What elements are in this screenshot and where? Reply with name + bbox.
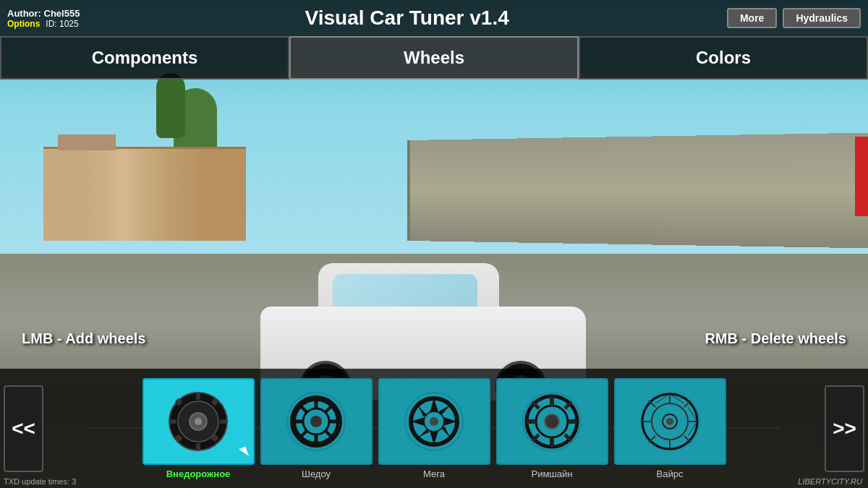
tab-wheels[interactable]: Wheels xyxy=(289,36,579,80)
svg-rect-6 xyxy=(169,419,176,424)
svg-point-31 xyxy=(545,414,559,429)
next-wheel-button[interactable]: >> xyxy=(825,385,864,472)
wheel-thumb-shadow xyxy=(260,378,373,465)
options-button[interactable]: Options xyxy=(7,19,40,29)
tab-components[interactable]: Components xyxy=(0,36,289,80)
wheel-items: Внедорожное xyxy=(47,378,821,479)
wheel-thumb-rimshine xyxy=(496,378,608,465)
wheel-item-offroad[interactable]: Внедорожное xyxy=(142,378,255,479)
wheel-thumb-wires xyxy=(614,378,726,465)
wheel-icon-offroad xyxy=(166,389,231,454)
author-id: ID: 1025 xyxy=(46,19,78,29)
wheel-label-shadow: Шедоу xyxy=(302,468,331,479)
wheel-label-rimshine: Римшайн xyxy=(532,468,573,479)
cursor-indicator xyxy=(238,446,248,458)
wheel-label-offroad: Внедорожное xyxy=(166,468,231,479)
svg-rect-7 xyxy=(220,419,227,424)
author-label: Author: Chel555 xyxy=(7,8,80,19)
wheel-icon-mega xyxy=(401,389,467,454)
wheel-label-wires: Вайрс xyxy=(657,468,684,479)
svg-rect-4 xyxy=(196,393,200,400)
svg-rect-5 xyxy=(196,443,200,450)
wheel-selector: << xyxy=(0,369,868,488)
tab-colors[interactable]: Colors xyxy=(579,36,868,80)
author-info: Author: Chel555 Options ID: 1025 xyxy=(7,8,80,29)
wheel-icon-rimshine xyxy=(519,389,584,454)
more-button[interactable]: More xyxy=(727,8,777,28)
svg-point-44 xyxy=(666,418,673,425)
svg-point-3 xyxy=(195,418,202,425)
top-bar: Author: Chel555 Options ID: 1025 Visual … xyxy=(0,0,868,36)
wheel-icon-shadow xyxy=(284,389,349,454)
prev-wheel-button[interactable]: << xyxy=(4,385,43,472)
wheel-icon-wires xyxy=(637,389,702,454)
nav-tabs: Components Wheels Colors xyxy=(0,36,868,80)
app-title: Visual Car Tuner v1.4 xyxy=(87,7,727,30)
top-right-buttons: More Hydraulics xyxy=(727,8,861,28)
wheel-item-rimshine[interactable]: Римшайн xyxy=(496,378,608,479)
wheel-item-shadow[interactable]: Шедоу xyxy=(260,378,373,479)
wheel-thumb-mega xyxy=(378,378,490,465)
wheel-thumb-offroad xyxy=(142,378,255,465)
wheel-item-wires[interactable]: Вайрс xyxy=(614,378,726,479)
hydraulics-button[interactable]: Hydraulics xyxy=(783,8,861,28)
wheel-item-mega[interactable]: Мега xyxy=(378,378,490,479)
wheel-label-mega: Мега xyxy=(423,468,445,479)
svg-point-27 xyxy=(430,417,438,426)
svg-point-15 xyxy=(310,416,322,427)
red-accent xyxy=(855,137,868,216)
